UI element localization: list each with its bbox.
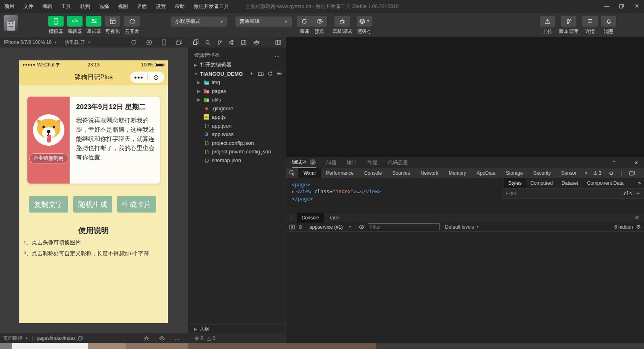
styles-filter-input[interactable] (506, 191, 617, 196)
device-selector[interactable]: iPhone 6/7/8 100% 16 (4, 39, 52, 45)
user-avatar[interactable] (4, 15, 18, 31)
file-gitignore[interactable]: ◆ .gitignore (188, 104, 286, 113)
collapse-panel-icon[interactable]: ⌃ (612, 160, 616, 166)
file-sitemap[interactable]: {..} sitemap.json (188, 156, 286, 165)
copy-text-button[interactable]: 复制文字 (29, 196, 68, 213)
inspect-element-icon[interactable] (286, 168, 298, 178)
new-file-icon[interactable]: ＋ (249, 70, 254, 77)
levels-dropdown[interactable]: Default levels ▼ (445, 224, 479, 230)
tab-styles[interactable]: Styles (504, 178, 526, 188)
folder-img[interactable]: ▶ img (188, 78, 286, 87)
file-project-config[interactable]: {..} project.config.json (188, 139, 286, 148)
editor-toggle-button[interactable]: </> 编辑器 (66, 16, 84, 35)
more-actions-icon[interactable]: … (275, 52, 281, 58)
collapse-all-icon[interactable] (277, 71, 282, 76)
new-folder-icon[interactable] (258, 71, 264, 76)
close-panel-icon[interactable]: ✕ (634, 160, 638, 166)
more-tabs-icon[interactable]: » (582, 168, 591, 178)
file-app-wxss[interactable]: Э app.wxss (188, 130, 286, 139)
menu-help[interactable]: 帮助 (170, 0, 189, 13)
tab-task[interactable]: Task (324, 213, 344, 223)
devtab-security[interactable]: Security (528, 168, 556, 178)
devtab-sources[interactable]: Sources (387, 168, 415, 178)
menu-edit[interactable]: 编辑 (38, 0, 57, 13)
devtab-memory[interactable]: Memory (444, 168, 471, 178)
source-control-icon[interactable] (217, 39, 222, 45)
visibility-button[interactable] (159, 336, 165, 341)
docker-whale-icon[interactable] (253, 40, 260, 45)
devtab-performance[interactable]: Performance (321, 168, 359, 178)
open-editors-section[interactable]: ▶ 打开的编辑器 (188, 60, 286, 69)
devtools-menu-icon[interactable]: ⋮ (616, 168, 627, 178)
context-selector[interactable]: appservice (#1) ▼ (310, 224, 352, 230)
tab-dataset[interactable]: Dataset (557, 178, 582, 188)
more-dots-icon[interactable]: ●●● (130, 75, 147, 80)
file-project-private-config[interactable]: {..} project.private.config.json (188, 147, 286, 156)
close-console-icon[interactable]: ✕ (630, 215, 644, 221)
extensions-icon[interactable] (229, 40, 234, 45)
menu-interface[interactable]: 界面 (132, 0, 151, 13)
new-style-rule-icon[interactable]: ＋ (635, 190, 641, 197)
menu-view[interactable]: 视图 (114, 0, 132, 13)
project-root[interactable]: ▼ TIANGOU_DEMO ＋ (188, 69, 286, 78)
files-icon[interactable] (193, 39, 198, 45)
tab-terminal[interactable]: 终端 (367, 157, 378, 168)
eye-watch-icon[interactable] (359, 225, 365, 229)
dock-side-icon[interactable] (627, 168, 637, 178)
menu-goto[interactable]: 转到 (76, 0, 95, 13)
menu-devtools[interactable]: 微信开发者工具 (189, 0, 233, 13)
toggle-sidebar-icon[interactable] (289, 225, 295, 229)
file-app-json[interactable]: {..} app.json (188, 122, 286, 130)
compile-mode-dropdown[interactable]: 普通编译▼ (235, 17, 292, 27)
warning-counter[interactable]: ⚠3 (591, 168, 604, 178)
devtab-storage[interactable]: Storage (501, 168, 528, 178)
folder-pages[interactable]: ▶ pages (188, 87, 286, 96)
version-control-button[interactable]: 版本管理 (557, 16, 580, 35)
menu-file[interactable]: 文件 (19, 0, 38, 13)
clear-console-icon[interactable]: ⊘ (298, 224, 303, 230)
tab-problems[interactable]: 问题 (326, 157, 336, 168)
tab-component-data[interactable]: Component Data (582, 178, 628, 188)
devtab-appdata[interactable]: AppData (471, 168, 501, 178)
tab-code-quality[interactable]: 代码质量 (388, 157, 408, 168)
menu-select[interactable]: 选择 (95, 0, 114, 13)
devtab-sensor[interactable]: Sensor (556, 168, 582, 178)
console-settings-icon[interactable]: ⚙ (636, 224, 641, 230)
simulator-toggle-button[interactable]: 模拟器 (47, 16, 65, 35)
mode-dropdown[interactable]: 小程序模式▼ (171, 17, 227, 27)
cls-toggle[interactable]: .cls (621, 191, 632, 196)
search-icon[interactable] (205, 40, 211, 45)
menu-tools[interactable]: 工具 (57, 0, 76, 13)
maximize-button[interactable] (613, 0, 630, 12)
more-tabs-icon[interactable]: » (638, 180, 644, 186)
file-app-js[interactable]: JS app.js (188, 113, 286, 122)
clear-cache-button[interactable]: ▼ 清缓存 (354, 16, 374, 35)
close-button[interactable]: ✕ (629, 0, 644, 12)
copy-path-button[interactable] (78, 336, 83, 341)
refresh-explorer-icon[interactable] (268, 71, 272, 76)
vconsole-button[interactable] (144, 336, 149, 341)
page-path-selector[interactable]: 页面路径 (3, 335, 23, 342)
folder-utils[interactable]: ▶ utils (188, 95, 286, 104)
details-button[interactable]: ☰ 详情 (581, 16, 599, 35)
generate-card-button[interactable]: 生成卡片 (117, 196, 156, 213)
menu-settings[interactable]: 设置 (151, 0, 170, 13)
console-filter-input[interactable] (368, 223, 440, 230)
cloud-dev-button[interactable]: 云开发 (123, 16, 141, 35)
tab-console[interactable]: Console (297, 213, 324, 223)
menu-project[interactable]: 项目 (0, 0, 19, 13)
debugger-toggle-button[interactable]: 调试器 (85, 16, 103, 35)
collapse-sidebar-icon[interactable] (275, 40, 281, 45)
remote-debug-button[interactable]: 真机调试 (331, 16, 353, 35)
random-generate-button[interactable]: 随机生成 (73, 196, 112, 213)
minimize-circle-icon[interactable]: ⊙ (148, 74, 165, 81)
more-options-button[interactable]: … (175, 335, 180, 341)
visualization-button[interactable]: 可视化 (103, 16, 122, 35)
hot-reload-toggle[interactable]: 热重载 开 (64, 39, 85, 46)
tab-output[interactable]: 输出 (347, 157, 357, 168)
editor-layout-icon[interactable] (241, 40, 246, 45)
tab-debugger[interactable]: 调试器 3 (292, 157, 316, 168)
preview-button[interactable]: 预览 (310, 16, 329, 35)
outline-section[interactable]: ▶ 大纲 (188, 324, 286, 333)
dog-avatar[interactable] (33, 114, 64, 146)
